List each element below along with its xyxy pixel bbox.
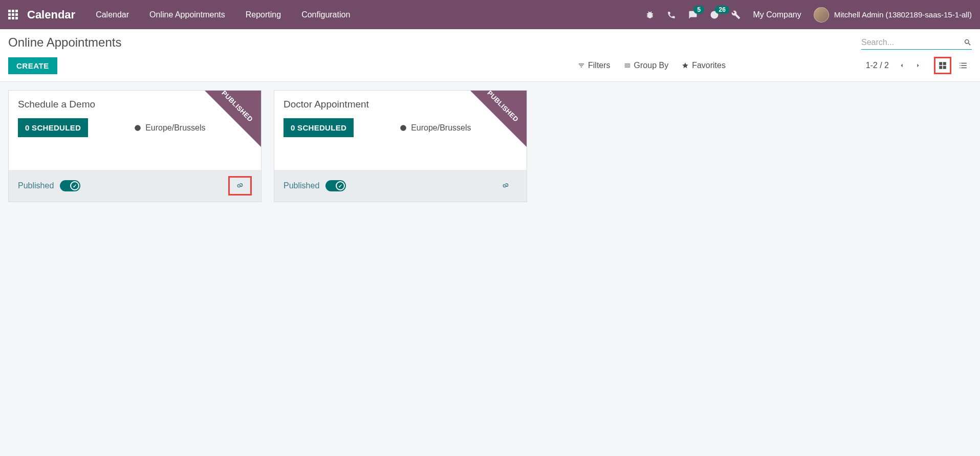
favorites-menu[interactable]: Favorites — [682, 61, 726, 70]
timezone-text: Europe/Brussels — [145, 123, 205, 133]
scheduled-badge[interactable]: 0 SCHEDULED — [284, 118, 354, 137]
list-icon — [624, 62, 631, 69]
create-button[interactable]: CREATE — [8, 57, 57, 74]
toggle-knob — [336, 181, 345, 190]
groupby-menu[interactable]: Group By — [624, 61, 669, 70]
nav-calendar[interactable]: Calendar — [96, 10, 129, 19]
groupby-label: Group By — [634, 61, 669, 70]
scheduled-badge[interactable]: 0 SCHEDULED — [18, 118, 88, 137]
kanban-view-button[interactable] — [934, 57, 951, 74]
filters-label: Filters — [588, 61, 611, 70]
clock-small-icon — [134, 124, 141, 132]
card-footer: Published — [274, 170, 527, 202]
card-footer: Published — [9, 170, 261, 202]
toggle-knob — [70, 181, 79, 190]
star-icon — [682, 62, 689, 69]
navbar: Calendar Calendar Online Appointments Re… — [0, 0, 980, 29]
nav-reporting[interactable]: Reporting — [246, 10, 281, 19]
footer-left: Published — [18, 180, 80, 191]
tools-icon[interactable] — [731, 10, 741, 19]
company-name[interactable]: My Company — [753, 10, 801, 19]
nav-right: 5 26 My Company Mitchell Admin (13802189… — [645, 7, 972, 23]
messages-badge: 5 — [693, 6, 704, 14]
link-icon — [236, 182, 244, 190]
user-name: Mitchell Admin (13802189-saas-15-1-all) — [834, 10, 972, 19]
pager-text: 1-2 / 2 — [866, 61, 889, 70]
card-body: PUBLISHED Doctor Appointment 0 SCHEDULED… — [274, 91, 527, 170]
appointment-card[interactable]: PUBLISHED Schedule a Demo 0 SCHEDULED Eu… — [8, 90, 262, 202]
activities-badge: 26 — [715, 6, 729, 14]
funnel-icon — [578, 62, 585, 69]
timezone: Europe/Brussels — [134, 123, 205, 133]
pager-prev-icon[interactable] — [898, 62, 905, 69]
search-input[interactable] — [861, 38, 964, 47]
search-icon[interactable] — [964, 38, 972, 47]
card-body: PUBLISHED Schedule a Demo 0 SCHEDULED Eu… — [9, 91, 261, 170]
footer-left: Published — [284, 180, 346, 191]
nav-configuration[interactable]: Configuration — [301, 10, 350, 19]
page-title: Online Appointments — [8, 35, 121, 50]
favorites-label: Favorites — [692, 61, 726, 70]
brand-title[interactable]: Calendar — [27, 8, 75, 21]
published-label: Published — [18, 181, 54, 190]
bug-icon[interactable] — [645, 10, 655, 19]
timezone: Europe/Brussels — [400, 123, 471, 133]
kanban-container: PUBLISHED Schedule a Demo 0 SCHEDULED Eu… — [0, 82, 980, 210]
filter-group: Filters Group By Favorites — [578, 61, 726, 70]
clock-small-icon — [400, 124, 407, 132]
pager: 1-2 / 2 — [866, 61, 922, 70]
nav-online-appointments[interactable]: Online Appointments — [149, 10, 225, 19]
search-area — [861, 36, 972, 50]
messages-wrap[interactable]: 5 — [688, 10, 698, 19]
published-label: Published — [284, 181, 319, 190]
avatar — [814, 7, 829, 23]
share-link-button[interactable] — [228, 176, 252, 196]
appointment-card[interactable]: PUBLISHED Doctor Appointment 0 SCHEDULED… — [274, 90, 527, 202]
control-panel: Online Appointments CREATE Filters Group… — [0, 29, 980, 82]
link-icon — [502, 182, 510, 190]
pager-next-icon[interactable] — [914, 62, 922, 69]
activities-wrap[interactable]: 26 — [710, 10, 719, 19]
list-view-button[interactable] — [954, 57, 972, 74]
nav-menu: Calendar Online Appointments Reporting C… — [96, 10, 350, 19]
kanban-icon — [938, 61, 947, 70]
filters-menu[interactable]: Filters — [578, 61, 611, 70]
published-toggle[interactable] — [60, 180, 80, 191]
timezone-text: Europe/Brussels — [411, 123, 471, 133]
published-toggle[interactable] — [325, 180, 346, 191]
phone-icon[interactable] — [667, 10, 676, 19]
view-switch — [934, 57, 972, 74]
list-view-icon — [959, 61, 968, 70]
share-link-button[interactable] — [494, 176, 517, 196]
user-menu[interactable]: Mitchell Admin (13802189-saas-15-1-all) — [814, 7, 972, 23]
apps-icon[interactable] — [8, 10, 18, 19]
